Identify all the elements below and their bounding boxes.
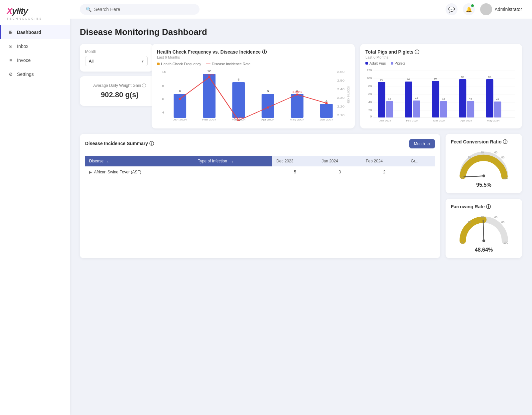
user-name: Administrator <box>495 7 522 12</box>
col-dec2023: Dec 2023 <box>272 156 318 166</box>
month-card: Month All Jan Feb Mar Apr May ▼ <box>80 44 153 72</box>
col-disease: Disease ↑↓ <box>85 156 194 166</box>
svg-point-93 <box>482 239 485 242</box>
svg-text:Jan 2024: Jan 2024 <box>173 118 187 121</box>
header: 🔍 💬 🔔 Administrator <box>70 0 532 19</box>
svg-text:80: 80 <box>501 156 505 159</box>
svg-text:Jan 2024: Jan 2024 <box>379 119 391 122</box>
piglets-color <box>391 62 393 65</box>
legend-hc-label: Health Check Frequency <box>161 62 201 66</box>
svg-point-85 <box>482 174 485 177</box>
sidebar-item-invoice[interactable]: ≡ Invoce <box>0 53 70 67</box>
svg-text:2.35%: 2.35% <box>292 91 302 94</box>
svg-text:10: 10 <box>162 70 166 74</box>
sort-disease[interactable]: ↑↓ <box>107 160 110 163</box>
feed-ratio-value: 95.5% <box>476 182 491 188</box>
legend-adult-label: Adult Pigs <box>369 61 386 65</box>
search-icon: 🔍 <box>86 7 91 12</box>
svg-text:6: 6 <box>162 98 164 101</box>
svg-text:Mar 2024: Mar 2024 <box>433 119 446 122</box>
messages-button[interactable]: 💬 <box>446 3 458 15</box>
avatar <box>480 3 492 15</box>
svg-text:2.40: 2.40 <box>337 88 344 91</box>
month-label: Month <box>85 49 148 54</box>
svg-text:May 2024: May 2024 <box>290 118 305 121</box>
dashboard-icon: ⊞ <box>8 29 14 35</box>
svg-text:2.45%: 2.45% <box>204 73 214 76</box>
svg-rect-65 <box>459 79 466 117</box>
expand-row-button[interactable]: ▶ <box>89 170 92 174</box>
bottom-section: Disease Incidence Summary ⓘ Month ⊿ Dise… <box>80 134 522 258</box>
svg-text:20: 20 <box>368 108 372 112</box>
svg-rect-69 <box>486 79 493 117</box>
svg-rect-15 <box>320 104 333 118</box>
disease-table-card: Disease Incidence Summary ⓘ Month ⊿ Dise… <box>80 134 440 258</box>
user-profile[interactable]: Administrator <box>480 3 522 15</box>
svg-text:98: 98 <box>488 75 491 79</box>
gauge-column: Feed Conversion Ratio ⓘ 0 20 40 60 <box>446 134 522 258</box>
svg-rect-54 <box>386 101 393 117</box>
search-bar[interactable]: 🔍 <box>80 4 200 15</box>
svg-text:60: 60 <box>368 93 372 96</box>
cell-feb2024: 2 <box>362 166 407 178</box>
health-chart-subtitle: Last 6 Months <box>157 55 267 59</box>
sidebar-item-settings[interactable]: ⚙ Settings <box>0 67 70 81</box>
feed-ratio-card: Feed Conversion Ratio ⓘ 0 20 40 60 <box>446 134 522 193</box>
health-chart-title: Health Check Frequency vs. Disease Incid… <box>157 49 267 55</box>
svg-text:8: 8 <box>162 84 164 88</box>
disease-rate-line <box>206 64 210 64</box>
svg-rect-53 <box>378 82 385 117</box>
col-grand: Gr... <box>407 156 435 166</box>
cell-jan2024: 3 <box>318 166 362 178</box>
svg-text:100: 100 <box>366 77 372 80</box>
svg-text:8: 8 <box>237 78 240 81</box>
legend-dr-label: Disease Incidence Rate <box>212 62 250 66</box>
sidebar-label-invoice: Invoce <box>17 58 31 63</box>
svg-text:44: 44 <box>415 97 418 100</box>
svg-rect-66 <box>467 101 474 117</box>
disease-table-head: Disease ↑↓ Type of Infection ↑↓ Dec 2023… <box>85 156 435 166</box>
pigs-chart-card: Total Pigs and Piglets ⓘ Last 6 Months A… <box>360 44 522 128</box>
sort-infection[interactable]: ↑↓ <box>230 160 233 163</box>
svg-text:80: 80 <box>501 221 505 224</box>
svg-point-22 <box>179 98 181 100</box>
table-header-row: Disease ↑↓ Type of Infection ↑↓ Dec 2023… <box>85 156 435 166</box>
sidebar: Xylity TECHNOLOGIES ⊞ Dashboard ✉ Inbox … <box>0 0 70 415</box>
svg-text:Jun 2024: Jun 2024 <box>320 118 333 121</box>
logo-rest: ylity <box>12 6 28 16</box>
svg-text:20: 20 <box>467 156 471 159</box>
health-chart-legend: Health Check Frequency Disease Incidence… <box>157 62 349 66</box>
svg-text:42: 42 <box>442 97 445 101</box>
pigs-chart-title: Total Pigs and Piglets ⓘ <box>365 49 517 55</box>
svg-text:20: 20 <box>467 221 471 224</box>
month-filter-button[interactable]: Month ⊿ <box>409 139 435 148</box>
svg-text:10: 10 <box>207 70 211 73</box>
svg-text:92: 92 <box>380 78 383 81</box>
avg-weight-label: Average Daily Weight Gain ⓘ <box>93 83 146 89</box>
svg-rect-61 <box>432 81 439 117</box>
svg-text:2.20: 2.20 <box>337 105 344 108</box>
inbox-icon: ✉ <box>8 43 14 49</box>
svg-point-23 <box>208 76 211 78</box>
svg-text:Mar 2024: Mar 2024 <box>231 118 245 121</box>
brand-name: Xylity <box>7 6 63 16</box>
svg-text:Apr 2024: Apr 2024 <box>261 118 275 121</box>
sidebar-item-inbox[interactable]: ✉ Inbox <box>0 39 70 53</box>
svg-text:2.10: 2.10 <box>337 113 344 117</box>
month-filter-label: Month <box>414 141 425 146</box>
pigs-chart-area: 120 100 80 60 40 20 0 <box>365 67 517 123</box>
sidebar-item-dashboard[interactable]: ⊞ Dashboard <box>0 25 70 39</box>
page-title: Disease Monitoring Dashboard <box>80 27 522 37</box>
svg-rect-57 <box>405 82 412 117</box>
month-select[interactable]: All Jan Feb Mar Apr May <box>85 56 148 66</box>
search-input[interactable] <box>94 7 194 12</box>
farrowing-card: Farrowing Rate ⓘ 0 20 40 60 80 <box>446 199 522 258</box>
sidebar-label-dashboard: Dashboard <box>17 30 41 35</box>
svg-text:6: 6 <box>267 90 269 93</box>
notifications-button[interactable]: 🔔 <box>463 3 475 15</box>
sidebar-label-inbox: Inbox <box>17 44 28 49</box>
svg-text:94: 94 <box>434 77 437 80</box>
svg-text:93: 93 <box>407 78 410 81</box>
svg-text:May 2024: May 2024 <box>487 119 500 122</box>
logo: Xylity TECHNOLOGIES <box>0 0 70 25</box>
